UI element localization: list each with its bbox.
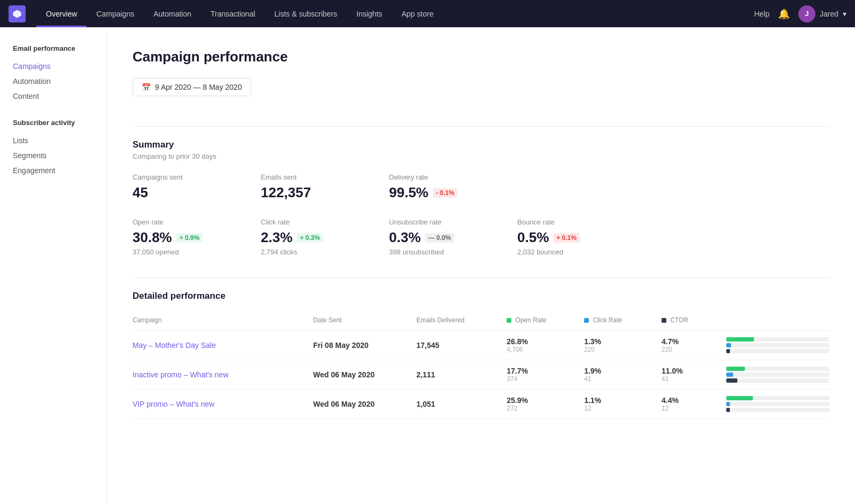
- bar-chart-cell: [726, 360, 829, 390]
- click-rate-cell: 1.9% 41: [584, 360, 662, 390]
- unsub-rate-badge: — 0.0%: [425, 233, 454, 243]
- open-rate-badge: + 0.9%: [176, 233, 203, 243]
- ctor-cell: 11.0% 41: [662, 360, 726, 390]
- divider-2: [133, 277, 829, 278]
- ctor-indicator: [662, 318, 666, 323]
- date-range-picker[interactable]: 📅 9 Apr 2020 — 8 May 2020: [133, 78, 251, 96]
- campaign-link[interactable]: Inactive promo – What's new: [133, 370, 228, 379]
- date-sent-cell: Fri 08 May 2020: [313, 331, 416, 360]
- col-bars: [726, 312, 829, 331]
- click-rate-indicator: [584, 318, 589, 323]
- stat-click-value: 2.3%: [261, 229, 292, 246]
- sidebar-item-lists[interactable]: Lists: [13, 133, 106, 148]
- username: Jared: [820, 10, 838, 18]
- navbar: Overview Campaigns Automation Transactio…: [0, 0, 855, 27]
- col-campaign: Campaign: [133, 312, 313, 331]
- calendar-icon: 📅: [142, 83, 151, 91]
- nav-item-overview[interactable]: Overview: [36, 0, 87, 27]
- click-rate-badge: + 0.3%: [297, 233, 323, 243]
- delivered-cell: 1,051: [416, 390, 507, 419]
- help-link[interactable]: Help: [754, 10, 770, 18]
- nav-items: Overview Campaigns Automation Transactio…: [36, 0, 754, 27]
- stat-emails-sent: Emails sent 122,357: [261, 173, 368, 201]
- divider-1: [133, 126, 829, 127]
- nav-item-lists[interactable]: Lists & subscribers: [265, 0, 347, 27]
- table-row: May – Mother's Day Sale Fri 08 May 2020 …: [133, 331, 829, 360]
- open-rate-cell: 26.8% 4,706: [507, 331, 584, 360]
- click-rate-cell: 1.3% 220: [584, 331, 662, 360]
- stats-row-1: Campaigns sent 45 Emails sent 122,357 De…: [133, 173, 829, 201]
- stat-unsub-value: 0.3%: [389, 229, 421, 246]
- sidebar: Email performance Campaigns Automation C…: [0, 27, 107, 504]
- open-rate-cell: 25.9% 272: [507, 390, 584, 419]
- summary-title: Summary: [133, 139, 829, 150]
- sidebar-item-campaigns[interactable]: Campaigns: [13, 59, 106, 74]
- delivered-cell: 17,545: [416, 331, 507, 360]
- table-row: VIP promo – What's new Wed 06 May 2020 1…: [133, 390, 829, 419]
- ctor-cell: 4.4% 12: [662, 390, 726, 419]
- sidebar-item-engagement[interactable]: Engagement: [13, 163, 106, 178]
- delivered-cell: 2,111: [416, 360, 507, 390]
- bar-chart-cell: [726, 390, 829, 419]
- col-click-rate: Click Rate: [584, 312, 662, 331]
- delivery-rate-badge: - 0.1%: [433, 188, 458, 198]
- sidebar-section-title-email: Email performance: [13, 44, 106, 52]
- open-rate-cell: 17.7% 374: [507, 360, 584, 390]
- stat-open-rate: Open rate 30.8% + 0.9% 37,050 opened: [133, 218, 239, 256]
- nav-item-transactional[interactable]: Transactional: [201, 0, 265, 27]
- stat-bounce-rate: Bounce rate 0.5% + 0.1% 2,032 bounced: [517, 218, 624, 256]
- campaign-link[interactable]: VIP promo – What's new: [133, 400, 214, 408]
- avatar: J: [798, 5, 815, 22]
- page-title: Campaign performance: [133, 49, 829, 65]
- sidebar-item-segments[interactable]: Segments: [13, 148, 106, 163]
- summary-subtitle: Comparing to prior 30 days: [133, 152, 829, 160]
- date-range-text: 9 Apr 2020 — 8 May 2020: [155, 83, 242, 91]
- date-sent-cell: Wed 06 May 2020: [313, 390, 416, 419]
- stat-campaigns-sent: Campaigns sent 45: [133, 173, 239, 201]
- click-rate-cell: 1.1% 12: [584, 390, 662, 419]
- stat-unsub-rate: Unsubscribe rate 0.3% — 0.0% 398 unsubsc…: [389, 218, 496, 256]
- user-menu[interactable]: J Jared ▾: [798, 5, 846, 22]
- col-date-sent: Date Sent: [313, 312, 416, 331]
- stat-emails-value: 122,357: [261, 184, 311, 201]
- nav-item-campaigns[interactable]: Campaigns: [87, 0, 144, 27]
- sidebar-section-title-subscriber: Subscriber activity: [13, 119, 106, 127]
- stat-open-sub: 37,050 opened: [133, 248, 239, 256]
- date-sent-cell: Wed 06 May 2020: [313, 360, 416, 390]
- sidebar-item-automation[interactable]: Automation: [13, 74, 106, 89]
- main-content: Campaign performance 📅 9 Apr 2020 — 8 Ma…: [107, 27, 855, 504]
- stat-delivery-value: 99.5%: [389, 184, 429, 201]
- bounce-rate-badge: + 0.1%: [553, 233, 580, 243]
- navbar-right: Help 🔔 J Jared ▾: [754, 5, 846, 22]
- stat-bounce-value: 0.5%: [517, 229, 549, 246]
- bar-chart-cell: [726, 331, 829, 360]
- stats-row-2: Open rate 30.8% + 0.9% 37,050 opened Cli…: [133, 218, 829, 256]
- notification-bell[interactable]: 🔔: [778, 8, 790, 20]
- col-open-rate: Open Rate: [507, 312, 584, 331]
- sidebar-item-content[interactable]: Content: [13, 89, 106, 104]
- detailed-title: Detailed performance: [133, 291, 829, 301]
- stat-unsub-sub: 398 unsubscribed: [389, 248, 496, 256]
- sidebar-section-email-performance: Email performance Campaigns Automation C…: [13, 44, 106, 104]
- campaign-link[interactable]: May – Mother's Day Sale: [133, 341, 216, 350]
- stat-click-rate: Click rate 2.3% + 0.3% 2,794 clicks: [261, 218, 368, 256]
- nav-item-automation[interactable]: Automation: [144, 0, 201, 27]
- chevron-down-icon: ▾: [843, 10, 846, 18]
- table-row: Inactive promo – What's new Wed 06 May 2…: [133, 360, 829, 390]
- summary-section: Summary Comparing to prior 30 days Campa…: [133, 139, 829, 256]
- sidebar-section-subscriber-activity: Subscriber activity Lists Segments Engag…: [13, 119, 106, 178]
- stat-bounce-sub: 2,032 bounced: [517, 248, 624, 256]
- open-rate-indicator: [507, 318, 511, 323]
- nav-item-appstore[interactable]: App store: [392, 0, 443, 27]
- app-logo[interactable]: [9, 5, 26, 22]
- col-ctor: CTOR: [662, 312, 726, 331]
- nav-item-insights[interactable]: Insights: [347, 0, 392, 27]
- stat-open-value: 30.8%: [133, 229, 172, 246]
- ctor-cell: 4.7% 220: [662, 331, 726, 360]
- detailed-section: Detailed performance Campaign Date Sent …: [133, 291, 829, 419]
- col-emails-delivered: Emails Delivered: [416, 312, 507, 331]
- stat-delivery-rate: Delivery rate 99.5% - 0.1%: [389, 173, 496, 201]
- performance-table: Campaign Date Sent Emails Delivered Open…: [133, 312, 829, 419]
- stat-campaigns-value: 45: [133, 184, 148, 201]
- stat-click-sub: 2,794 clicks: [261, 248, 368, 256]
